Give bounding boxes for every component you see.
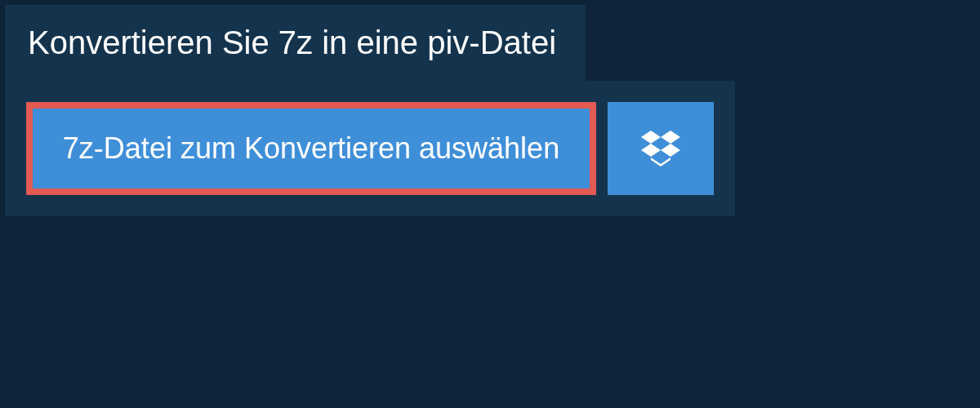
upload-panel: 7z-Datei zum Konvertieren auswählen	[5, 81, 735, 216]
header-tab: Konvertieren Sie 7z in eine piv-Datei	[5, 5, 586, 81]
dropbox-icon	[641, 127, 680, 170]
dropbox-button[interactable]	[608, 102, 714, 195]
select-file-label: 7z-Datei zum Konvertieren auswählen	[63, 131, 559, 166]
select-file-button[interactable]: 7z-Datei zum Konvertieren auswählen	[26, 102, 596, 195]
page-title: Konvertieren Sie 7z in eine piv-Datei	[28, 24, 556, 61]
